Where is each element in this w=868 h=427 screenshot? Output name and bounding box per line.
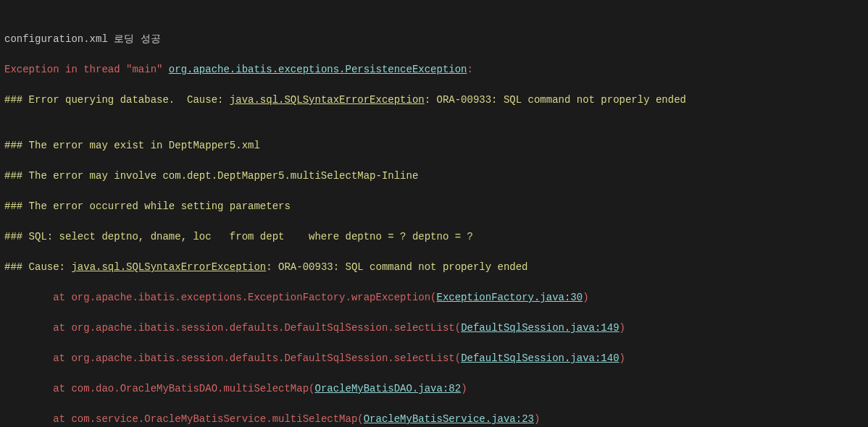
exception-link[interactable]: org.apache.ibatis.exceptions.Persistence…: [169, 64, 467, 75]
text: configuration.xml 로딩 성공: [4, 33, 161, 45]
text: ### Error querying database. Cause:: [4, 94, 230, 106]
log-line: ### The error may involve com.dept.DeptM…: [4, 169, 864, 184]
log-line: at org.apache.ibatis.session.defaults.De…: [4, 321, 864, 336]
text: ### The error may exist in DeptMapper5.x…: [4, 140, 260, 151]
text: ### SQL: select deptno, dname, loc from …: [4, 231, 473, 242]
source-link[interactable]: OracleMyBatisDAO.java:82: [314, 383, 461, 394]
log-line: at org.apache.ibatis.exceptions.Exceptio…: [4, 290, 864, 305]
source-link[interactable]: ExceptionFactory.java:30: [437, 292, 583, 303]
text: ): [461, 383, 467, 394]
text: ### The error may involve com.dept.DeptM…: [4, 170, 418, 182]
text: :: [467, 64, 480, 75]
log-line: at com.service.OracleMyBatisService.mult…: [4, 412, 864, 427]
text: at org.apache.ibatis.exceptions.Exceptio…: [4, 292, 437, 303]
text: ### Cause:: [4, 261, 71, 273]
source-link[interactable]: DefaultSqlSession.java:149: [461, 322, 619, 334]
text: ): [534, 413, 540, 425]
log-line: ### The error occurred while setting par…: [4, 199, 864, 214]
log-line: ### SQL: select deptno, dname, loc from …: [4, 229, 864, 245]
text: at com.dao.OracleMyBatisDAO.multiSelectM…: [4, 383, 314, 394]
text: : ORA-00933: SQL command not properly en…: [266, 261, 527, 273]
source-link[interactable]: OracleMyBatisService.java:23: [364, 413, 534, 425]
log-line: ### Error querying database. Cause: java…: [4, 93, 864, 108]
text: : ORA-00933: SQL command not properly en…: [425, 94, 686, 106]
log-line: configuration.xml 로딩 성공: [4, 32, 864, 47]
exception-link[interactable]: java.sql.SQLSyntaxErrorException: [71, 261, 266, 273]
text: Exception in thread "main": [4, 64, 169, 75]
text: ): [583, 292, 588, 303]
text: ### The error occurred while setting par…: [4, 200, 291, 212]
text: at org.apache.ibatis.session.defaults.De…: [4, 352, 461, 364]
log-line: at com.dao.OracleMyBatisDAO.multiSelectM…: [4, 381, 864, 397]
exception-link[interactable]: java.sql.SQLSyntaxErrorException: [230, 94, 425, 106]
text: at com.service.OracleMyBatisService.mult…: [4, 413, 364, 425]
log-line: ### The error may exist in DeptMapper5.x…: [4, 138, 864, 153]
text: ): [619, 322, 625, 334]
source-link[interactable]: DefaultSqlSession.java:140: [461, 352, 619, 364]
log-line: ### Cause: java.sql.SQLSyntaxErrorExcept…: [4, 260, 864, 275]
log-line: Exception in thread "main" org.apache.ib…: [4, 62, 864, 77]
log-line: at org.apache.ibatis.session.defaults.De…: [4, 351, 864, 366]
text: ): [619, 352, 625, 364]
text: at org.apache.ibatis.session.defaults.De…: [4, 322, 461, 334]
